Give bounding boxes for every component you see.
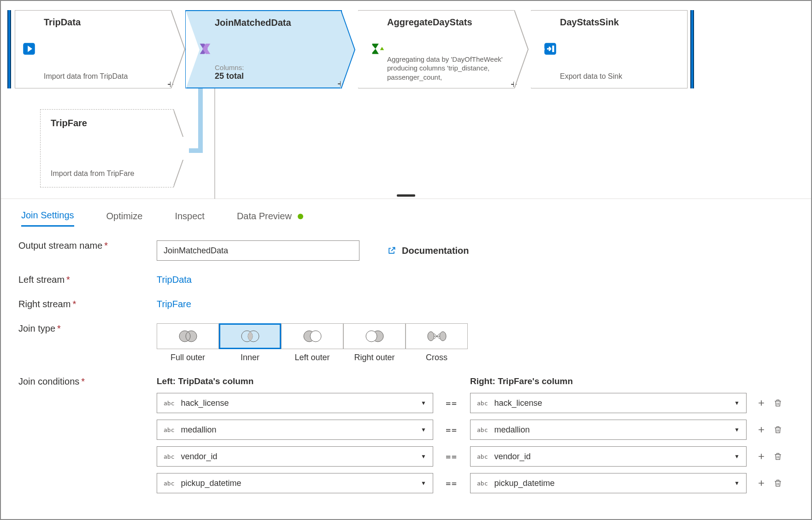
join-type-label: Join type*: [18, 323, 157, 334]
status-dot-icon: [298, 214, 303, 219]
tab-inspect[interactable]: Inspect: [175, 211, 204, 226]
tab-join-settings[interactable]: Join Settings: [21, 210, 74, 227]
output-stream-input[interactable]: [157, 240, 359, 261]
chevron-down-icon: ▼: [421, 400, 426, 406]
join-type-label-text: Inner: [219, 353, 281, 362]
join-type-label-text: Full outer: [157, 353, 219, 362]
node-desc: Export data to Sink: [560, 72, 679, 82]
column-name: pickup_datetime: [494, 479, 734, 488]
tab-data-preview[interactable]: Data Preview: [237, 211, 304, 226]
chevron-down-icon: ▼: [421, 453, 426, 460]
node-daystatssink[interactable]: DayStatsSink Export data to Sink: [531, 10, 688, 88]
node-title: DayStatsSink: [560, 17, 679, 28]
dataflow-canvas: TripData Import data from TripData + Joi…: [1, 1, 811, 199]
type-chip: abc: [164, 427, 174, 433]
node-title: AggregateDayStats: [387, 17, 506, 28]
panel-resize-handle[interactable]: [397, 194, 415, 197]
chevron-down-icon: ▼: [734, 427, 740, 433]
operator: ==: [433, 452, 470, 462]
node-tripdata[interactable]: TripData Import data from TripData +: [15, 10, 171, 88]
external-link-icon: [387, 246, 396, 255]
columns-value: 25 total: [215, 71, 333, 81]
venn-full-icon: [177, 329, 200, 343]
join-settings-form: Output stream name* Documentation Left s…: [10, 227, 802, 500]
type-chip: abc: [477, 453, 488, 460]
left-column-select[interactable]: abcmedallion▼: [157, 420, 433, 440]
left-stream-label: Left stream*: [18, 275, 157, 285]
trash-icon[interactable]: [773, 425, 783, 434]
node-title: JoinMatchedData: [215, 18, 333, 28]
right-stream-label: Right stream*: [18, 299, 157, 310]
type-chip: abc: [164, 400, 174, 407]
output-stream-label: Output stream name*: [18, 240, 157, 251]
right-column-select[interactable]: abcvendor_id▼: [470, 446, 747, 467]
svg-point-15: [428, 332, 434, 341]
sink-icon: [542, 41, 558, 58]
right-column-select[interactable]: abchack_license▼: [470, 393, 747, 413]
trash-icon[interactable]: [773, 452, 783, 461]
right-column-select[interactable]: abcpickup_datetime▼: [470, 473, 747, 493]
join-icon: [197, 41, 213, 58]
join-condition-row: abchack_license▼==abchack_license▼: [157, 393, 794, 413]
join-condition-row: abcmedallion▼==abcmedallion▼: [157, 420, 794, 440]
join-type-label-text: Cross: [406, 353, 468, 362]
column-name: vendor_id: [494, 452, 734, 462]
left-column-select[interactable]: abcpickup_datetime▼: [157, 473, 433, 493]
column-name: medallion: [494, 425, 734, 435]
column-name: hack_license: [494, 398, 734, 408]
type-chip: abc: [164, 453, 174, 460]
left-stream-link[interactable]: TripData: [157, 275, 192, 285]
right-stream-link[interactable]: TripFare: [157, 299, 191, 309]
source-icon: [21, 41, 37, 58]
add-icon[interactable]: [757, 452, 766, 461]
node-title: TripData: [44, 17, 163, 28]
left-column-select[interactable]: abcvendor_id▼: [157, 446, 433, 467]
node-aggregatedaystats[interactable]: AggregateDayStats Aggregating data by 'D…: [358, 10, 515, 88]
chevron-down-icon: ▼: [734, 480, 740, 486]
svg-point-16: [440, 332, 446, 341]
join-condition-row: abcpickup_datetime▼==abcpickup_datetime▼: [157, 473, 794, 493]
join-type-right-outer[interactable]: [343, 323, 406, 349]
trash-icon[interactable]: [773, 479, 783, 488]
chevron-down-icon: ▼: [734, 453, 740, 460]
add-icon[interactable]: [757, 479, 766, 488]
add-icon[interactable]: [757, 425, 766, 434]
svg-point-12: [310, 331, 321, 342]
node-joinmatcheddata[interactable]: JoinMatchedData Columns: 25 total +: [185, 10, 342, 88]
type-chip: abc: [164, 480, 174, 487]
start-handle[interactable]: [7, 10, 11, 88]
documentation-link[interactable]: Documentation: [387, 245, 469, 256]
svg-rect-2: [552, 45, 554, 52]
venn-right-icon: [363, 329, 386, 343]
right-column-select[interactable]: abcmedallion▼: [470, 420, 747, 440]
type-chip: abc: [477, 400, 488, 407]
details-panel: Join Settings Optimize Inspect Data Prev…: [1, 199, 811, 500]
right-column-header: Right: TripFare's column: [470, 376, 747, 386]
join-type-full-outer[interactable]: [157, 323, 219, 349]
type-chip: abc: [477, 480, 488, 487]
operator: ==: [433, 425, 470, 435]
join-type-left-outer[interactable]: [281, 323, 343, 349]
columns-label: Columns:: [215, 64, 333, 71]
join-type-inner[interactable]: [219, 323, 281, 349]
column-name: medallion: [181, 425, 421, 435]
node-tripfare[interactable]: TripFare Import data from TripFare: [40, 109, 174, 187]
end-handle[interactable]: [690, 10, 694, 88]
join-type-cross[interactable]: [406, 323, 468, 349]
node-title: TripFare: [51, 118, 163, 129]
connector: [198, 88, 203, 153]
tab-optimize[interactable]: Optimize: [106, 211, 143, 226]
left-column-select[interactable]: abchack_license▼: [157, 393, 433, 413]
trash-icon[interactable]: [773, 398, 783, 408]
join-condition-row: abcvendor_id▼==abcvendor_id▼: [157, 446, 794, 467]
join-conditions-label: Join conditions*: [18, 376, 157, 387]
chevron-down-icon: ▼: [734, 400, 740, 406]
join-type-group: Full outer Inner: [157, 323, 794, 362]
left-column-header: Left: TripData's column: [157, 376, 433, 386]
column-name: vendor_id: [181, 452, 421, 462]
node-desc: Import data from TripData: [44, 72, 163, 82]
node-desc: Aggregating data by 'DayOfTheWeek' produ…: [387, 55, 506, 82]
chevron-down-icon: ▼: [421, 427, 426, 433]
type-chip: abc: [477, 427, 488, 433]
add-icon[interactable]: [757, 398, 766, 408]
